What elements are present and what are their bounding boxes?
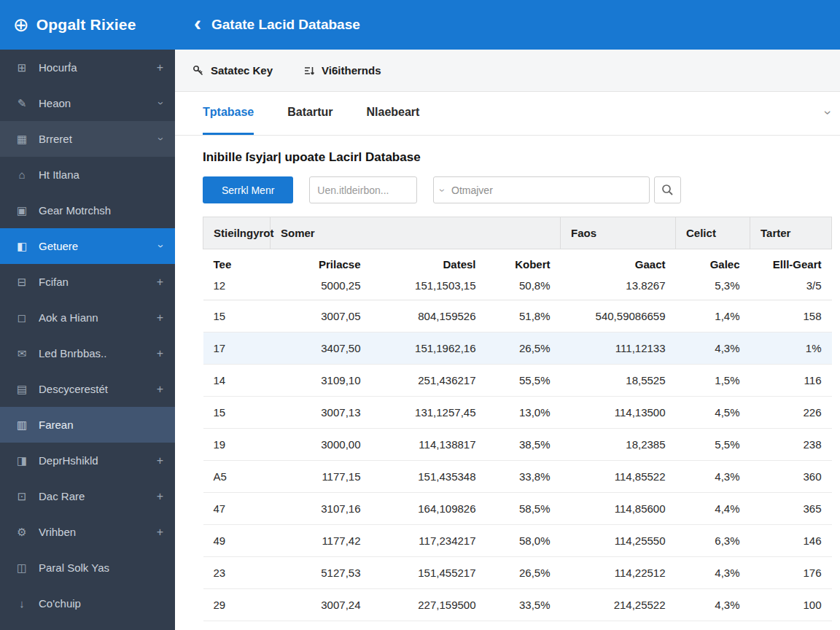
table-cell: 12: [203, 272, 271, 300]
table-cell: 14: [203, 364, 271, 396]
table-cell: A5: [203, 460, 271, 492]
table-cell: 540,59086659: [561, 300, 676, 332]
panel-icon: ⊟: [15, 276, 29, 289]
app-brand[interactable]: ⊕ Opgalt Rixiee: [0, 15, 175, 34]
plus-icon[interactable]: +: [157, 276, 163, 289]
table-row[interactable]: 173407,50151,1962,1626,5%111,121334,3%1%: [203, 332, 832, 364]
action-toolbar: Satatec Key Vi6ithernds: [175, 50, 840, 92]
chevron-down-icon[interactable]: ›: [155, 137, 168, 141]
sidebar-item-4[interactable]: ▣Gear Motrchsh: [0, 192, 175, 228]
sidebar-item-11[interactable]: ◨DeprHshikld+: [0, 443, 175, 478]
plus-icon[interactable]: +: [157, 383, 163, 396]
plus-icon[interactable]: +: [157, 526, 163, 539]
column-header: Datesl: [371, 249, 486, 273]
table-row[interactable]: 293007,24227,15950033,5%214,255224,3%100: [203, 588, 832, 621]
tab-bar: TptabaseBatarturNlaebeart›: [175, 92, 840, 136]
back-chevron-icon[interactable]: ‹: [194, 11, 201, 36]
table-cell[interactable]: 146: [750, 524, 832, 556]
sidebar-item-1[interactable]: ✎Heaon›: [0, 85, 175, 121]
tab-2[interactable]: Nlaebeart: [366, 92, 419, 135]
page-title: Gatate Lacid Database: [211, 17, 360, 33]
table-cell: 114,22512: [561, 556, 676, 588]
sidebar-item-7[interactable]: ◻Aok a Hiann+: [0, 300, 175, 335]
table-row[interactable]: 235127,53151,45521726,5%114,225124,3%176: [203, 556, 832, 588]
table-cell[interactable]: 360: [750, 460, 832, 492]
table-cell: 1177,42: [271, 524, 371, 556]
table-cell[interactable]: 365: [750, 492, 832, 524]
filter-dropdown[interactable]: › Otmajver: [433, 176, 650, 203]
table-row[interactable]: 491177,42117,23421758,0%114,255506,3%146: [203, 524, 832, 556]
table-cell[interactable]: 238: [750, 428, 832, 460]
table-cell[interactable]: 100: [750, 588, 832, 621]
toolbar-action-filter[interactable]: Vi6ithernds: [303, 64, 381, 77]
section-title: Inibille ſsyjar| upoate Lacirl Database: [203, 150, 831, 165]
sidebar-item-15[interactable]: ↓Co'chuip: [0, 586, 175, 621]
sidebar-item-14[interactable]: ◫Paral Solk Yas: [0, 550, 175, 586]
tab-1[interactable]: Batartur: [287, 92, 332, 135]
sidebar-item-8[interactable]: ✉Led Bnrbbas..+: [0, 335, 175, 371]
grid-icon: ⊞: [15, 61, 29, 74]
table-cell: 4,3%: [676, 556, 750, 588]
sidebar-item-3[interactable]: ⌂Ht Itlana: [0, 157, 175, 192]
plus-icon[interactable]: +: [157, 454, 163, 467]
table-cell: 18,2385: [561, 428, 676, 460]
table-cell[interactable]: 116: [750, 364, 832, 396]
chevron-down-icon: ›: [438, 188, 449, 192]
search-button[interactable]: [654, 176, 681, 203]
sidebar-item-label: Dac Rare: [39, 490, 157, 502]
table-cell[interactable]: 1%: [750, 332, 832, 364]
table-cell: 5,3%: [676, 272, 750, 300]
column-header: Gaact: [561, 249, 676, 273]
gear-icon: ⚙: [15, 526, 29, 539]
table-cell[interactable]: 176: [750, 556, 832, 588]
table-cell: 13,0%: [486, 396, 561, 428]
search-input[interactable]: [309, 176, 417, 203]
sidebar-item-10[interactable]: ▥Farean: [0, 407, 175, 443]
table-cell: 26,5%: [486, 556, 561, 588]
table-cell: 3107,16: [271, 492, 371, 524]
sidebar-item-label: Farean: [39, 419, 163, 431]
sidebar-item-label: Led Bnrbbas..: [39, 347, 157, 359]
tabs-overflow-chevron-icon[interactable]: ›: [820, 111, 836, 115]
plus-icon[interactable]: +: [157, 490, 163, 503]
table-row[interactable]: 125000,25151,1503,1550,8%13.82675,3%3/5: [203, 272, 832, 300]
edit-icon: ✎: [15, 97, 29, 110]
sidebar-item-label: Co'chuip: [39, 597, 163, 610]
table-cell[interactable]: 226: [750, 396, 832, 428]
table-cell: 33,8%: [486, 460, 561, 492]
primary-action-button[interactable]: Serrkl Menr: [203, 176, 293, 203]
table-row[interactable]: A51177,15151,43534833,8%114,855224,3%360: [203, 460, 832, 492]
table-cell[interactable]: 158: [750, 300, 832, 332]
plus-icon[interactable]: +: [157, 347, 163, 360]
plus-icon[interactable]: +: [157, 61, 163, 74]
table-row[interactable]: 153007,05804,15952651,8%540,590866591,4%…: [203, 300, 832, 332]
table-row[interactable]: 193000,00114,13881738,5%18,23855,5%238: [203, 428, 832, 460]
table-cell: 58,5%: [486, 492, 561, 524]
sidebar-item-12[interactable]: ⊡Dac Rare+: [0, 478, 175, 514]
table-cell[interactable]: 5000,25: [271, 272, 371, 300]
sidebar-item-9[interactable]: ▤Descycerestét+: [0, 371, 175, 407]
table-row[interactable]: 473107,16164,10982658,5%114,856004,4%365: [203, 492, 832, 524]
table-cell: 38,5%: [486, 428, 561, 460]
sidebar-item-6[interactable]: ⊟Fcifan+: [0, 264, 175, 300]
table-cell: 19: [203, 428, 271, 460]
sidebar-item-5[interactable]: ◧Getuere›: [0, 228, 175, 264]
table-cell: 29: [203, 588, 271, 621]
tab-0[interactable]: Tptabase: [203, 92, 254, 135]
table-row[interactable]: 153007,13131,1257,4513,0%114,135004,5%22…: [203, 396, 832, 428]
sidebar-item-13[interactable]: ⚙Vrihben+: [0, 514, 175, 550]
chevron-down-icon[interactable]: ›: [155, 101, 168, 105]
chevron-down-icon[interactable]: ›: [155, 244, 168, 248]
sidebar-item-0[interactable]: ⊞Hocurḟa+: [0, 50, 175, 85]
sidebar-item-label: Gear Motrchsh: [39, 204, 163, 217]
plus-icon[interactable]: +: [157, 311, 163, 324]
column-group-header: Celict: [676, 217, 750, 249]
content-area: Inibille ſsyjar| upoate Lacirl Database …: [175, 136, 840, 630]
search-icon: [661, 184, 674, 196]
table-row[interactable]: 143109,10251,43621755,5%18,55251,5%116: [203, 364, 832, 396]
filter-icon: [303, 65, 315, 77]
toolbar-action-key[interactable]: Satatec Key: [192, 64, 273, 77]
sidebar-item-2[interactable]: ▦Brreret›: [0, 121, 175, 157]
column-group-header: Tarter: [750, 217, 832, 249]
toolbar-action-label: Satatec Key: [211, 64, 273, 77]
